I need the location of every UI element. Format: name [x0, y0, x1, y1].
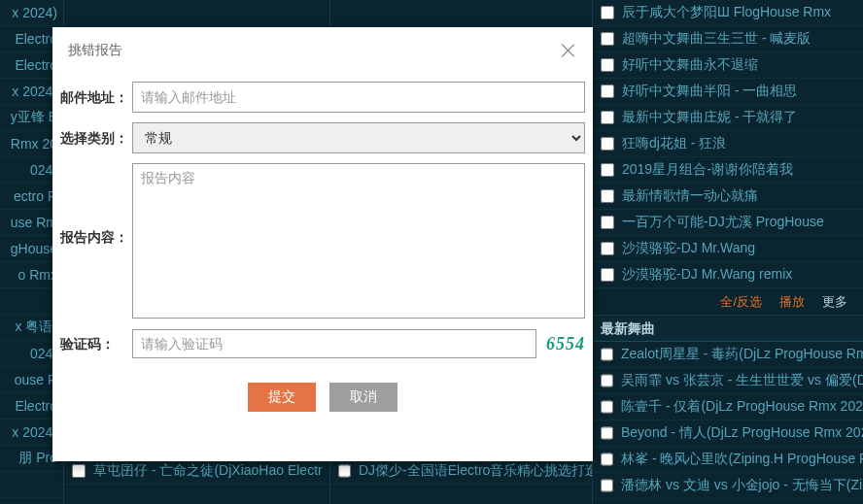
song-checkbox[interactable] — [601, 32, 614, 46]
song-title: 吴雨霏 vs 张芸京 - 生生世世爱 vs 偏爱(Dj小 — [621, 372, 863, 389]
song-checkbox[interactable] — [601, 111, 614, 124]
song-title: Zealot周星星 - 毒药(DjLz ProgHouse Rmx — [621, 346, 863, 363]
play-link[interactable]: 播放 — [779, 293, 805, 311]
song-checkbox[interactable] — [601, 216, 614, 229]
list-item[interactable]: 最新情歌情一动心就痛 — [593, 184, 863, 210]
form: 邮件地址： 选择类别： 常规 报告内容： 验证码： 6554 — [52, 74, 593, 359]
song-title: DJ傑少-全国语Electro音乐精心挑选打造 — [359, 462, 592, 480]
song-checkbox[interactable] — [601, 268, 614, 282]
error-report-modal: 挑错报告 邮件地址： 选择类别： 常规 报告内容： 验证码： 6554 提交 取… — [52, 27, 593, 461]
list-item[interactable]: 吴雨霏 vs 张芸京 - 生生世世爱 vs 偏爱(Dj小 — [593, 368, 863, 394]
list-item[interactable]: 沙漠骆驼-DJ Mr.Wang — [593, 236, 863, 262]
section-title: 最新舞曲 — [593, 316, 863, 342]
song-checkbox[interactable] — [601, 84, 614, 98]
song-title: 陈壹千 - 仅着(DjLz ProgHouse Rmx 2024 — [621, 398, 863, 416]
song-checkbox[interactable] — [601, 6, 614, 19]
song-title: 好听中文舞曲半阳 - 一曲相思 — [622, 83, 797, 100]
song-title: Beyond - 情人(DjLz ProgHouse Rmx 202 — [621, 424, 863, 442]
song-checkbox[interactable] — [72, 464, 86, 478]
list-item[interactable]: 林峯 - 晚风心里吹(Ziping.H ProgHouse R — [593, 447, 863, 473]
song-checkbox[interactable] — [601, 479, 613, 492]
list-item[interactable]: DJ傑少-全国语Electro音乐精心挑选打造 — [330, 458, 592, 485]
type-label: 选择类别： — [60, 122, 132, 153]
list-item[interactable]: 超嗨中文舞曲三生三世 - 喊麦版 — [593, 26, 863, 52]
list-item[interactable]: 好听中文舞曲永不退缩 — [593, 52, 863, 79]
song-checkbox[interactable] — [601, 163, 614, 177]
more-link[interactable]: 更多 — [822, 293, 847, 311]
song-title: 潘德林 vs 文迪 vs 小金jojo - 无悔当下(Zipi — [621, 477, 863, 494]
song-title: 好听中文舞曲永不退缩 — [622, 56, 758, 74]
song-checkbox[interactable] — [601, 426, 613, 440]
content-textarea[interactable] — [132, 163, 585, 319]
captcha-code: 6554 — [536, 334, 585, 354]
song-checkbox[interactable] — [601, 374, 613, 387]
modal-title: 挑错报告 — [68, 42, 122, 59]
song-checkbox[interactable] — [601, 137, 614, 151]
right-column: 辰于咸大个梦阳Ш FlogHouse Rmx超嗨中文舞曲三生三世 - 喊麦版好听… — [593, 0, 863, 504]
cancel-button[interactable]: 取消 — [329, 383, 397, 412]
submit-button[interactable]: 提交 — [248, 383, 316, 412]
modal-header: 挑错报告 — [52, 27, 593, 74]
list-item[interactable]: 一百万个可能-DJ尤溪 ProgHouse — [593, 210, 863, 236]
list-item[interactable]: Zealot周星星 - 毒药(DjLz ProgHouse Rmx — [593, 342, 863, 368]
list-item[interactable]: 草屯囝仔 - 亡命之徒(DjXiaoHao Electr — [64, 458, 329, 485]
select-all-link[interactable]: 全/反选 — [720, 293, 762, 311]
song-title: 超嗨中文舞曲三生三世 - 喊麦版 — [622, 30, 811, 48]
action-row: 全/反选 播放 更多 — [593, 288, 863, 316]
close-icon[interactable] — [560, 42, 577, 59]
captcha-label: 验证码： — [60, 328, 132, 359]
song-title: 沙漠骆驼-DJ Mr.Wang remix — [622, 266, 792, 284]
song-title: 林峯 - 晚风心里吹(Ziping.H ProgHouse R — [621, 451, 863, 468]
song-checkbox[interactable] — [601, 400, 613, 414]
list-item[interactable]: 辰于咸大个梦阳Ш FlogHouse Rmx — [593, 0, 863, 26]
song-checkbox[interactable] — [601, 453, 613, 466]
list-item[interactable]: 陈壹千 - 仅着(DjLz ProgHouse Rmx 2024 — [593, 394, 863, 420]
list-item[interactable]: 潘德林 vs 文迪 vs 小金jojo - 无悔当下(Zipi — [593, 473, 863, 499]
left-trunc: x 2024) — [0, 0, 63, 26]
captcha-input[interactable] — [132, 329, 536, 358]
list-item[interactable]: 曾诗涵 - 吃糖都压不住的苦(Ziping.H Prog — [593, 499, 863, 504]
list-item[interactable]: 好听中文舞曲半阳 - 一曲相思 — [593, 79, 863, 105]
email-label: 邮件地址： — [60, 82, 132, 113]
song-title: 狂嗨dj花姐 - 狂浪 — [622, 135, 726, 152]
song-title: 最新情歌情一动心就痛 — [622, 187, 758, 205]
list-item[interactable]: 2019星月组合-谢谢你陪着我 — [593, 157, 863, 184]
modal-buttons: 提交 取消 — [52, 383, 593, 412]
list-item[interactable]: Beyond - 情人(DjLz ProgHouse Rmx 202 — [593, 420, 863, 447]
song-title: 一百万个可能-DJ尤溪 ProgHouse — [622, 214, 824, 231]
song-checkbox[interactable] — [601, 189, 614, 203]
song-title: 草屯囝仔 - 亡命之徒(DjXiaoHao Electr — [93, 462, 323, 480]
song-checkbox[interactable] — [601, 348, 613, 361]
content-label: 报告内容： — [60, 163, 132, 252]
song-title: 沙漠骆驼-DJ Mr.Wang — [622, 240, 755, 257]
type-select[interactable]: 常规 — [132, 122, 585, 153]
list-item[interactable]: 狂嗨dj花姐 - 狂浪 — [593, 131, 863, 157]
song-title: 最新中文舞曲庄妮 - 干就得了 — [622, 109, 797, 126]
email-input[interactable] — [132, 82, 585, 113]
list-item[interactable]: 最新中文舞曲庄妮 - 干就得了 — [593, 105, 863, 131]
list-item[interactable]: 沙漠骆驼-DJ Mr.Wang remix — [593, 262, 863, 288]
song-checkbox[interactable] — [338, 464, 351, 478]
song-checkbox[interactable] — [601, 242, 614, 255]
song-title: 2019星月组合-谢谢你陪着我 — [622, 161, 793, 179]
song-title: 辰于咸大个梦阳Ш FlogHouse Rmx — [622, 4, 831, 21]
song-checkbox[interactable] — [601, 58, 614, 72]
left-trunc — [0, 472, 63, 498]
